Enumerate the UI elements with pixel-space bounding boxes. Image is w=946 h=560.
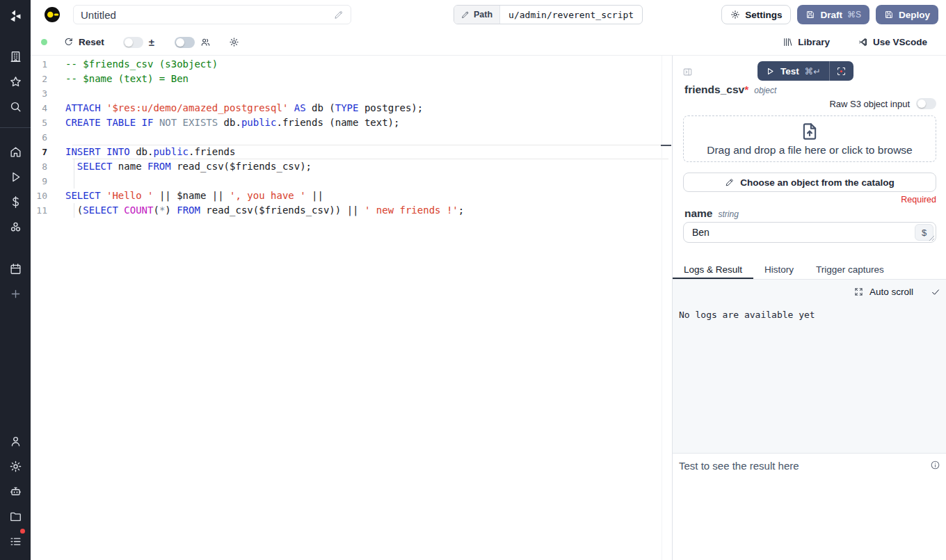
raw-s3-toggle[interactable]: [916, 98, 936, 109]
code-line[interactable]: 8 SELECT name FROM read_csv($friends_csv…: [31, 159, 672, 174]
field-type: object: [754, 86, 776, 95]
field-type: string: [719, 209, 739, 219]
editor-toolbar: Reset ± Library Use VScode: [31, 29, 946, 56]
runs-icon[interactable]: [0, 168, 31, 186]
test-button[interactable]: Test ⌘↵: [757, 61, 829, 81]
schedules-icon[interactable]: [0, 259, 31, 278]
code-line[interactable]: 7INSERT INTO db.public.friends: [31, 145, 672, 159]
library-icon: [783, 37, 793, 47]
overview-ruler: [662, 56, 662, 560]
variables-icon[interactable]: [0, 193, 31, 211]
plus-minus-icon: ±: [149, 36, 154, 48]
draft-button[interactable]: Draft ⌘S: [797, 5, 869, 24]
field-friends-csv-header: friends_csv* object: [684, 83, 776, 96]
line-number: 6: [31, 130, 55, 145]
path-button[interactable]: Path u/admin/reverent_script: [454, 5, 643, 24]
file-upload-icon: [799, 121, 820, 142]
resources-icon[interactable]: [0, 218, 31, 236]
code-line[interactable]: 9: [31, 174, 672, 189]
line-number: 11: [31, 203, 55, 218]
play-icon: [766, 67, 775, 76]
raw-s3-label: Raw S3 object input: [829, 99, 910, 109]
pen-picker-icon: [725, 177, 735, 187]
workers-icon[interactable]: [0, 532, 31, 550]
use-vscode-button[interactable]: Use VScode: [858, 37, 927, 47]
diff-toggle[interactable]: [123, 37, 143, 48]
assistant-icon[interactable]: [0, 482, 31, 500]
code-line[interactable]: 6: [31, 130, 672, 145]
user-icon[interactable]: [0, 432, 31, 450]
code-line[interactable]: 3: [31, 86, 672, 101]
autoscroll-label: Auto scroll: [869, 287, 913, 297]
logs-empty-message: No logs are available yet: [679, 310, 815, 320]
raw-s3-toggle-row: Raw S3 object input: [829, 98, 936, 109]
code-lines: 1-- $friends_csv (s3object)2-- $name (te…: [31, 57, 672, 218]
home-icon[interactable]: [0, 143, 31, 161]
script-title: Untitled: [81, 9, 334, 21]
file-dropzone[interactable]: Drag and drop a file here or click to br…: [683, 115, 936, 162]
resize-grip[interactable]: [929, 235, 935, 241]
settings-icon[interactable]: [0, 457, 31, 475]
collaborators-icon[interactable]: [200, 37, 211, 47]
line-number: 1: [31, 57, 55, 72]
choose-object-button[interactable]: Choose an object from the catalog: [683, 173, 936, 192]
line-number: 2: [31, 72, 55, 86]
test-shortcut: ⌘↵: [805, 66, 821, 77]
bottom-tabs: Logs & Result History Trigger captures: [673, 262, 946, 280]
edit-title-icon[interactable]: [334, 10, 344, 19]
windmill-logo-icon[interactable]: [0, 6, 31, 26]
field-name: name: [684, 207, 713, 220]
tab-history[interactable]: History: [753, 262, 805, 279]
code-line[interactable]: 10SELECT 'Hello ' || $name || ', you hav…: [31, 189, 672, 203]
status-dot: [41, 39, 47, 45]
notification-dot: [19, 527, 26, 535]
code-text: CREATE TABLE IF NOT EXISTS db.public.fri…: [65, 115, 399, 130]
sidebar-divider: [0, 127, 31, 128]
tab-logs-result[interactable]: Logs & Result: [673, 262, 753, 279]
code-line[interactable]: 2-- $name (text) = Ben: [31, 72, 672, 86]
collapse-panel-icon[interactable]: [682, 67, 693, 77]
duckdb-icon: [44, 6, 61, 23]
settings-button[interactable]: Settings: [721, 5, 791, 24]
workspace-icon[interactable]: [0, 47, 31, 65]
deploy-button[interactable]: Deploy: [876, 5, 938, 24]
field-name-header: name string: [684, 207, 739, 220]
code-editor[interactable]: 1-- $friends_csv (s3object)2-- $name (te…: [31, 56, 672, 560]
collab-toggle[interactable]: [175, 37, 195, 48]
vscode-icon: [858, 37, 868, 47]
autoscroll-checkbox[interactable]: [931, 287, 940, 297]
capture-run-button[interactable]: [830, 61, 853, 81]
line-number: 9: [31, 174, 55, 189]
reset-button[interactable]: Reset: [63, 37, 104, 47]
app-window: Untitled Path u/admin/reverent_script Se…: [0, 0, 946, 560]
info-icon[interactable]: [930, 460, 940, 470]
tab-trigger-captures[interactable]: Trigger captures: [805, 262, 895, 279]
line-number: 8: [31, 159, 55, 174]
code-line[interactable]: 4ATTACH '$res:u/demo/amazed_postgresql' …: [31, 101, 672, 115]
library-button[interactable]: Library: [783, 37, 830, 47]
line-number: 3: [31, 86, 55, 101]
name-input-wrapper: $: [683, 222, 936, 243]
code-text: SELECT name FROM read_csv($friends_csv);: [65, 159, 312, 174]
name-input[interactable]: [684, 227, 915, 238]
script-title-input[interactable]: Untitled: [73, 5, 351, 24]
required-star: *: [744, 83, 748, 95]
folders-icon[interactable]: [0, 507, 31, 525]
result-panel: Test to see the result here: [673, 453, 946, 560]
add-icon[interactable]: [0, 285, 31, 303]
save-icon: [884, 10, 894, 19]
result-placeholder: Test to see the result here: [679, 460, 799, 472]
path-value: u/admin/reverent_script: [500, 6, 642, 24]
editor-settings-button[interactable]: [229, 37, 239, 47]
code-text: -- $name (text) = Ben: [65, 72, 189, 86]
choose-object-label: Choose an object from the catalog: [740, 177, 894, 188]
code-line[interactable]: 1-- $friends_csv (s3object): [31, 57, 672, 72]
gear-icon: [229, 37, 239, 47]
favorites-icon[interactable]: [0, 72, 31, 90]
sidebar: [0, 0, 31, 560]
code-line[interactable]: 5CREATE TABLE IF NOT EXISTS db.public.fr…: [31, 115, 672, 130]
search-icon[interactable]: [0, 97, 31, 115]
code-line[interactable]: 11 (SELECT COUNT(*) FROM read_csv($frien…: [31, 203, 672, 218]
line-number: 10: [31, 189, 55, 203]
expand-icon[interactable]: [854, 287, 863, 296]
